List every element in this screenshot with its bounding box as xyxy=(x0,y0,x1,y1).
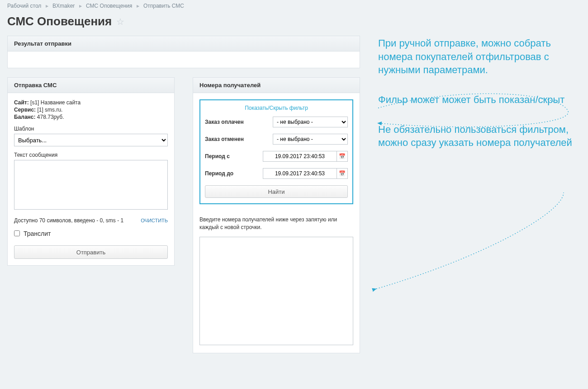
clear-button[interactable]: ОЧИСТИТЬ xyxy=(141,218,168,223)
service-info: Сервис: [1] sms.ru. xyxy=(14,107,168,113)
filter-period-to-input[interactable] xyxy=(263,168,337,179)
chevron-right-icon xyxy=(137,4,139,9)
filter-box: Показать/Скрыть фильтр Заказ оплачен - н… xyxy=(199,99,353,204)
filter-cancelled-select[interactable]: - не выбрано - xyxy=(273,134,348,145)
breadcrumb-item[interactable]: BXmaker xyxy=(52,3,75,9)
send-button[interactable]: Отправить xyxy=(14,245,168,259)
message-textarea[interactable] xyxy=(14,160,168,210)
send-sms-panel: Отправка СМС Сайт: [s1] Название сайта С… xyxy=(7,77,175,266)
filter-period-from-label: Период с xyxy=(205,153,263,159)
chevron-right-icon xyxy=(79,4,82,9)
recipients-panel: Номера получателей Показать/Скрыть фильт… xyxy=(193,77,360,353)
arrow-decoration xyxy=(365,37,582,353)
recipients-textarea[interactable] xyxy=(199,237,353,345)
recipients-hint: Введите номера получателей ниже через за… xyxy=(199,216,353,231)
find-button[interactable]: Найти xyxy=(205,185,348,198)
result-panel: Результат отправки xyxy=(7,36,360,68)
filter-paid-select[interactable]: - не выбрано - xyxy=(273,117,348,127)
template-label: Шаблон xyxy=(14,126,168,132)
annotation-2: Фильр может может быть показан/скрыт xyxy=(378,93,581,107)
result-panel-header: Результат отправки xyxy=(8,36,360,52)
breadcrumb-item[interactable]: СМС Оповещения xyxy=(86,3,132,9)
recipients-header: Номера получателей xyxy=(193,78,360,93)
breadcrumb: Рабочий стол BXmaker СМС Оповещения Отпр… xyxy=(0,0,588,11)
filter-paid-label: Заказ оплачен xyxy=(205,119,273,125)
message-label: Текст сообщения xyxy=(14,152,168,158)
site-info: Сайт: [s1] Название сайта xyxy=(14,99,168,106)
filter-cancelled-label: Заказ отменен xyxy=(205,136,273,142)
filter-period-from-input[interactable] xyxy=(263,151,337,162)
annotation-1: При ручной отправке, можно собрать номер… xyxy=(378,37,581,77)
star-icon[interactable]: ☆ xyxy=(116,16,124,27)
chevron-right-icon xyxy=(46,4,48,9)
char-counter: Доступно 70 символов, введено - 0, sms -… xyxy=(14,217,123,224)
send-sms-header: Отправка СМС xyxy=(8,78,174,93)
breadcrumb-item[interactable]: Отправить СМС xyxy=(143,3,184,9)
breadcrumb-item[interactable]: Рабочий стол xyxy=(7,3,41,9)
page-title: СМС Оповещения xyxy=(7,14,112,28)
filter-period-to-label: Период до xyxy=(205,170,263,177)
filter-toggle[interactable]: Показать/Скрыть фильтр xyxy=(205,105,348,111)
annotation-3: Не обязательно пользоваться фильтром, мо… xyxy=(378,123,581,150)
calendar-icon[interactable]: 📅 xyxy=(337,168,348,179)
balance-info: Баланс: 478.73руб. xyxy=(14,114,168,120)
template-select[interactable]: Выбрать... xyxy=(14,134,168,146)
result-panel-body xyxy=(8,52,360,68)
translit-checkbox-label[interactable]: Транслит xyxy=(14,230,51,237)
translit-checkbox[interactable] xyxy=(14,230,20,236)
calendar-icon[interactable]: 📅 xyxy=(337,151,348,162)
